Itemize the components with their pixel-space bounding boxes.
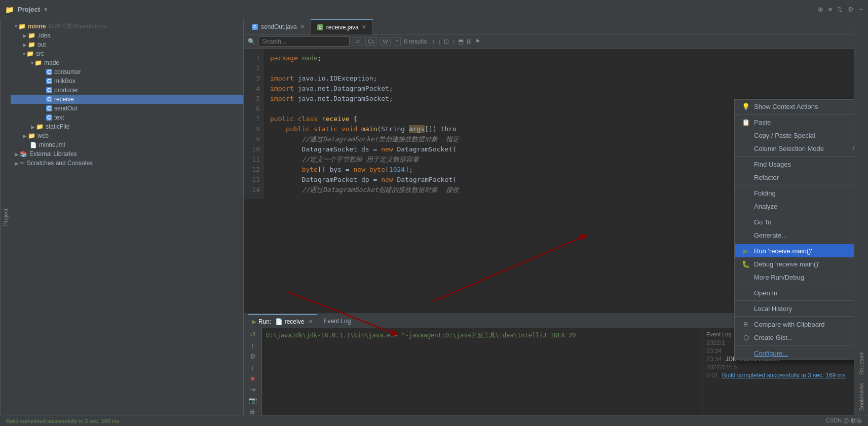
- status-right: CSDN @-耿瑞: [826, 417, 862, 424]
- ctx-showContextActions[interactable]: 💡 Show Context Actions Alt+Enter: [735, 100, 854, 113]
- case-btn[interactable]: Cc: [365, 37, 377, 46]
- tree-item-out[interactable]: ▶ 📁 out: [11, 40, 243, 49]
- tree-label-minne-iml: minne.iml: [39, 141, 65, 148]
- ctx-goTo[interactable]: Go To ▶: [735, 215, 854, 228]
- tree-item-milkBox[interactable]: C milkBox: [11, 76, 243, 86]
- project-sidebar-label[interactable]: Project: [0, 19, 11, 415]
- tree-item-made[interactable]: ▾ 📁 made: [11, 58, 243, 67]
- tree-item-sendOut[interactable]: C sendOut: [11, 104, 243, 113]
- ctx-moreRunDebug[interactable]: More Run/Debug ▶: [735, 270, 854, 284]
- print-btn[interactable]: 🖨: [249, 407, 256, 415]
- tab-close-sendOut[interactable]: ✕: [300, 23, 305, 30]
- grid-btn[interactable]: ⊞: [467, 38, 472, 45]
- title-bar-icons: ⊕ ≡ ⇅ ⚙ −: [818, 6, 863, 13]
- up-btn[interactable]: ↑: [251, 341, 254, 350]
- tree-label-text: text: [54, 114, 64, 121]
- tree-label-producer: producer: [54, 87, 78, 94]
- tab-receive[interactable]: C receive.java ✕: [311, 19, 373, 34]
- ctx-folding[interactable]: Folding ▶: [735, 186, 854, 200]
- ctx-label-configure: Configure...: [754, 350, 788, 357]
- run-settings-btn[interactable]: ⚙: [250, 353, 256, 360]
- run-tab-close[interactable]: ✕: [308, 318, 313, 325]
- expand-btn[interactable]: ⊡: [444, 38, 449, 45]
- tree-item-web[interactable]: ▶ 📁 web: [11, 131, 243, 140]
- run-toolbar: ↺ ↑ ⚙ ↓ ■ ⇥ 📷 🖨 ⊞ ✕: [244, 328, 262, 415]
- ctx-icon-localHistory: [742, 304, 750, 313]
- folder-icon-out: 📁: [28, 41, 35, 48]
- down-btn[interactable]: ↓: [251, 363, 254, 371]
- java-icon-sendOut: C: [46, 105, 52, 111]
- log-entry-5: 0:01 Build completed successfully in 3 s…: [706, 372, 850, 379]
- flag-btn[interactable]: ⚑: [475, 38, 480, 45]
- rerun-btn[interactable]: ↺: [250, 330, 256, 338]
- ctx-label-runReceive: Run 'receive.main()': [754, 247, 812, 255]
- ctx-columnSelectionMode[interactable]: Column Selection Mode Alt+Shift+Insert: [735, 142, 854, 155]
- add-config-icon[interactable]: ⊕: [818, 6, 823, 13]
- tab-close-receive[interactable]: ✕: [362, 24, 366, 30]
- chevron-scratches: ▶: [15, 161, 19, 166]
- bookmarks-label[interactable]: Bookmarks: [857, 379, 865, 415]
- stop-btn[interactable]: ■: [250, 374, 254, 382]
- build-success-link[interactable]: Build completed successfully in 3 sec. 1…: [722, 372, 846, 379]
- sort-icon[interactable]: ⇅: [837, 6, 843, 13]
- tree-item-src[interactable]: ▾ 📁 src: [11, 49, 243, 58]
- wrap-btn[interactable]: ↕: [452, 38, 455, 45]
- filter2-btn[interactable]: ⬒: [458, 38, 464, 45]
- tree-label-consumer: consumer: [54, 68, 81, 75]
- event-log-tab[interactable]: Event Log: [319, 314, 355, 328]
- ctx-sep-9: [735, 345, 854, 345]
- run-panel-tab[interactable]: ▶ Run: 📄 receive ✕: [248, 314, 317, 328]
- tree-label-made: made: [44, 59, 59, 66]
- run-cmd-line: D:\javaJdk\jdk-18.0.1.1\bin\java.exe "-j…: [266, 331, 698, 340]
- tree-label-out: out: [37, 41, 46, 48]
- word-btn[interactable]: W: [380, 37, 390, 46]
- ctx-label-findUsages: Find Usages: [754, 161, 791, 168]
- title-chevron[interactable]: ▾: [44, 6, 48, 13]
- tree-item-consumer[interactable]: C consumer: [11, 67, 243, 76]
- next-result-btn[interactable]: ↓: [438, 38, 441, 45]
- tree-item-minne[interactable]: ▾ 📁 minne D:\学习案例\java\minne: [11, 21, 243, 31]
- tab-bar: C sendOut.java ✕ C receive.java ✕: [244, 19, 854, 34]
- scratches-icon: ✏: [20, 160, 25, 167]
- list-icon[interactable]: ≡: [828, 6, 833, 13]
- ctx-compareClipboard[interactable]: ⎘ Compare with Clipboard: [735, 318, 854, 331]
- regex-btn[interactable]: ↺: [353, 37, 362, 46]
- tree-label-idea: .idea: [37, 32, 51, 39]
- tree-item-staticFile[interactable]: ▶ 📁 staticFile: [11, 122, 243, 131]
- search-input[interactable]: [258, 36, 350, 47]
- ctx-analyze[interactable]: Analyze ▶: [735, 200, 854, 213]
- tree-item-idea[interactable]: ▶ 📁 .idea: [11, 31, 243, 40]
- project-icon: 📁: [5, 6, 14, 14]
- ctx-label-openIn: Open In: [754, 289, 777, 297]
- settings-icon[interactable]: ⚙: [848, 6, 854, 13]
- ctx-findUsages[interactable]: Find Usages Alt+F7: [735, 158, 854, 171]
- tree-item-extLibs[interactable]: ▶ 📚 External Libraries: [11, 149, 243, 159]
- ctx-paste[interactable]: 📋 Paste Ctrl+V: [735, 115, 854, 129]
- prev-result-btn[interactable]: ↑: [432, 38, 435, 45]
- minimize-icon[interactable]: −: [859, 6, 863, 13]
- ctx-generate[interactable]: Generate... Alt+Insert: [735, 228, 854, 242]
- ctx-runReceive[interactable]: ▶ Run 'receive.main()' Ctrl+Shift+F10: [735, 244, 854, 257]
- tab-sendOut[interactable]: C sendOut.java ✕: [246, 19, 311, 34]
- tree-item-producer[interactable]: C producer: [11, 86, 243, 95]
- ctx-debugReceive[interactable]: 🐛 Debug 'receive.main()': [735, 257, 854, 270]
- ctx-localHistory[interactable]: Local History ▶: [735, 302, 854, 315]
- ctx-copyPasteSpecial[interactable]: Copy / Paste Special ▶: [735, 129, 854, 142]
- chevron-minne: ▾: [15, 23, 17, 29]
- folder-icon-staticFile: 📁: [36, 123, 44, 130]
- search-results: 0 results: [404, 38, 427, 45]
- ctx-refactor[interactable]: Refactor ▶: [735, 171, 854, 184]
- screenshot-btn[interactable]: 📷: [249, 397, 257, 404]
- structure-label[interactable]: Structure: [857, 348, 865, 379]
- tree-item-receive[interactable]: C receive: [11, 95, 243, 104]
- filter-btn[interactable]: *: [394, 37, 401, 46]
- tree-label-src: src: [36, 50, 44, 57]
- ctx-configure[interactable]: Configure...: [735, 346, 854, 360]
- ctx-createGist[interactable]: ⬡ Create Gist...: [735, 331, 854, 344]
- tree-item-minne-iml[interactable]: 📄 minne.iml: [11, 140, 243, 149]
- tree-item-text[interactable]: C text: [11, 113, 243, 122]
- step-btn[interactable]: ⇥: [250, 385, 256, 394]
- tree-item-scratches[interactable]: ▶ ✏ Scratches and Consoles: [11, 159, 243, 168]
- ctx-openIn[interactable]: Open In ▶: [735, 286, 854, 299]
- run-tab-label: Run:: [258, 318, 271, 325]
